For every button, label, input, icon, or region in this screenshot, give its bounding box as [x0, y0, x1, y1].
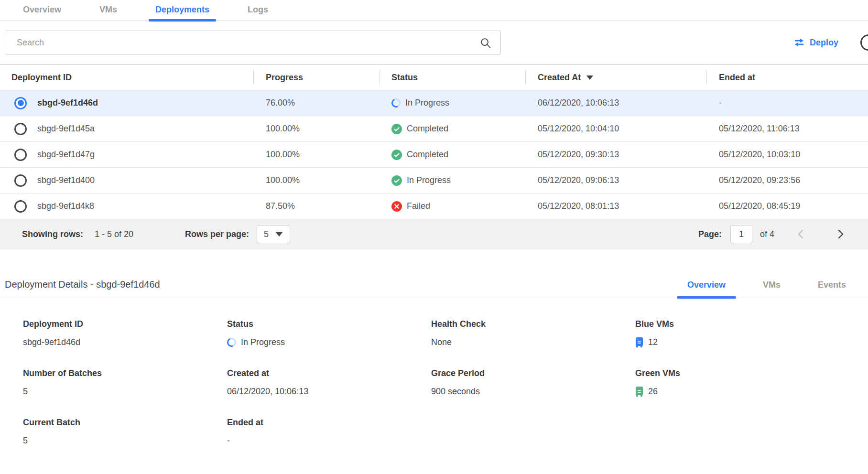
field-label: Health Check	[431, 319, 635, 329]
check-circle-icon	[391, 124, 402, 134]
previous-page-button[interactable]	[795, 228, 807, 240]
field-label: Blue VMs	[635, 319, 868, 329]
details-tab-vms[interactable]: VMs	[761, 280, 782, 298]
status-label: In Progress	[405, 98, 449, 108]
next-page-button[interactable]	[835, 228, 846, 240]
field-label: Number of Batches	[23, 368, 227, 378]
chevron-down-icon	[275, 232, 283, 237]
table-row[interactable]: sbgd-9ef1d47g 100.00% Completed 05/12/20…	[0, 141, 868, 167]
field-value: 5	[23, 386, 227, 397]
field-value: 900 seconds	[431, 386, 635, 397]
deployment-id: sbgd-9ef1d45a	[37, 124, 95, 134]
field-status: Status In Progress	[227, 319, 431, 347]
search-icon	[479, 37, 492, 49]
ended-at-value: 05/12/2020, 09:23:56	[706, 175, 868, 185]
column-header-progress: Progress	[253, 73, 379, 83]
search-input[interactable]	[5, 31, 500, 54]
created-at-value: 05/12/2020, 08:01:13	[525, 201, 706, 211]
check-circle-icon	[391, 150, 402, 160]
check-circle-icon	[391, 175, 402, 186]
progress-value: 87.50%	[253, 201, 379, 211]
deployment-details-panel: Deployment Details - sbgd-9ef1d46d Overv…	[0, 279, 868, 446]
column-header-created-at-label: Created At	[538, 73, 581, 83]
progress-value: 100.00%	[253, 150, 379, 160]
page-label: Page:	[698, 229, 722, 239]
details-header: Deployment Details - sbgd-9ef1d46d Overv…	[0, 279, 868, 298]
progress-value: 100.00%	[253, 124, 379, 134]
progress-value: 100.00%	[253, 175, 379, 185]
details-tab-overview[interactable]: Overview	[685, 280, 727, 298]
refresh-icon[interactable]	[860, 34, 868, 51]
field-current-batch: Current Batch 5	[23, 418, 227, 446]
tab-deployments[interactable]: Deployments	[154, 0, 210, 21]
status-label: Completed	[407, 150, 448, 160]
deploy-button[interactable]: Deploy	[793, 38, 838, 48]
table-row[interactable]: sbgd-9ef1d45a 100.00% Completed 05/12/20…	[0, 116, 868, 141]
created-at-value: 05/12/2020, 09:06:13	[525, 175, 706, 185]
field-value: 06/12/2020, 10:06:13	[227, 386, 431, 397]
blue-vm-icon	[635, 337, 643, 347]
status-label: In Progress	[407, 175, 451, 185]
table-header-row: Deployment ID Progress Status Created At…	[0, 65, 868, 90]
field-health-check: Health Check None	[431, 319, 635, 347]
tab-vms[interactable]: VMs	[98, 0, 118, 21]
table-row[interactable]: sbgd-9ef1d400 100.00% In Progress 05/12/…	[0, 167, 868, 193]
field-ended-at: Ended at -	[227, 418, 431, 446]
deploy-button-label: Deploy	[810, 38, 838, 48]
pager: Page: of 4	[698, 225, 846, 243]
status-label: Failed	[407, 201, 430, 211]
progress-value: 76.00%	[253, 98, 379, 108]
details-tab-events[interactable]: Events	[816, 280, 848, 298]
row-radio[interactable]	[14, 200, 27, 213]
deployment-id: sbgd-9ef1d4k8	[37, 201, 94, 211]
details-title: Deployment Details - sbgd-9ef1d46d	[5, 279, 160, 298]
swap-arrows-icon	[793, 38, 805, 47]
sort-desc-icon	[586, 75, 593, 80]
tab-overview[interactable]: Overview	[22, 0, 62, 21]
rows-per-page-select[interactable]: 5	[257, 225, 290, 243]
toolbar: Deploy	[0, 21, 868, 64]
deployment-id: sbgd-9ef1d400	[37, 175, 95, 185]
details-tab-bar: Overview VMs Events	[685, 280, 848, 298]
showing-rows-value: 1 - 5 of 20	[95, 229, 133, 239]
row-radio[interactable]	[14, 174, 27, 187]
field-blue-vms: Blue VMs 12	[635, 319, 868, 347]
ended-at-value: 05/12/2020, 08:45:19	[706, 201, 868, 211]
ended-at-value: -	[706, 98, 868, 108]
column-header-deployment-id: Deployment ID	[0, 73, 253, 83]
row-radio-selected[interactable]	[14, 97, 27, 109]
tab-logs[interactable]: Logs	[247, 0, 269, 21]
field-number-of-batches: Number of Batches 5	[23, 368, 227, 397]
table-footer: Showing rows: 1 - 5 of 20 Rows per page:…	[0, 219, 868, 249]
table-row[interactable]: sbgd-9ef1d4k8 87.50% Failed 05/12/2020, …	[0, 193, 868, 219]
field-grace-period: Grace Period 900 seconds	[431, 368, 635, 397]
chevron-right-icon	[835, 228, 846, 240]
showing-rows-label: Showing rows:	[22, 229, 83, 239]
field-label: Green VMs	[635, 368, 868, 378]
details-grid: Deployment ID sbgd-9ef1d46d Status In Pr…	[23, 319, 868, 446]
search-box	[5, 31, 501, 54]
column-header-ended-at: Ended at	[706, 73, 868, 83]
top-tab-bar: Overview VMs Deployments Logs	[0, 0, 868, 21]
field-deployment-id: Deployment ID sbgd-9ef1d46d	[23, 319, 227, 347]
field-label: Current Batch	[23, 418, 227, 428]
field-label: Grace Period	[431, 368, 635, 378]
field-label: Status	[227, 319, 431, 329]
column-header-status: Status	[379, 73, 525, 83]
ended-at-value: 05/12/2020, 10:03:10	[706, 150, 868, 160]
column-header-created-at[interactable]: Created At	[525, 73, 706, 83]
field-value: 26	[648, 387, 658, 397]
rows-per-page-value: 5	[264, 229, 269, 239]
field-value: None	[431, 337, 635, 347]
table-row[interactable]: sbgd-9ef1d46d 76.00% In Progress 06/12/2…	[0, 90, 868, 116]
field-value: In Progress	[241, 337, 285, 347]
page-number-input[interactable]	[730, 225, 752, 243]
deployments-table: Deployment ID Progress Status Created At…	[0, 64, 868, 249]
created-at-value: 05/12/2020, 09:30:13	[525, 150, 706, 160]
row-radio[interactable]	[14, 149, 27, 161]
created-at-value: 06/12/2020, 10:06:13	[525, 98, 706, 108]
row-radio[interactable]	[14, 123, 27, 135]
field-value: 5	[23, 435, 227, 446]
chevron-left-icon	[795, 228, 807, 240]
rows-per-page-label: Rows per page:	[185, 229, 249, 239]
